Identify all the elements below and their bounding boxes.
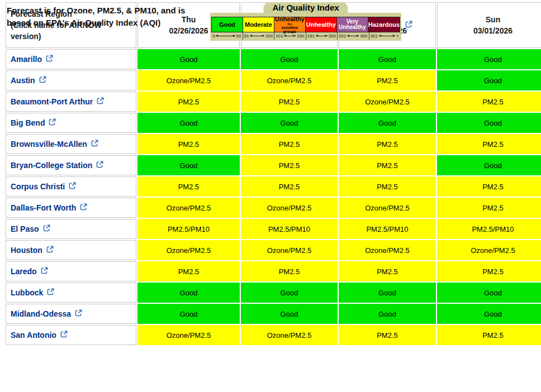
- table-row-dallas-fort-worth: Dallas-Fort WorthOzone/PM2.5Ozone/PM2.5O…: [6, 198, 541, 218]
- region-link-corpus-christi[interactable]: Corpus Christi: [11, 181, 77, 192]
- aqi-legend: Air Quality Index GoodModerateUnhealthyf…: [210, 2, 413, 41]
- aqi-category-good: Good: [211, 17, 243, 32]
- region-cell: San Antonio: [6, 325, 136, 345]
- forecast-cell-moderate: PM2.5: [137, 92, 240, 112]
- forecast-cell-good: Good: [137, 283, 240, 303]
- forecast-cell-moderate: PM2.5: [339, 261, 436, 281]
- region-cell: Beaumont-Port Arthur: [6, 92, 136, 112]
- region-link-midland-odessa[interactable]: Midland-Odessa: [11, 309, 83, 319]
- forecast-cell-moderate: Ozone/PM2.5: [339, 92, 436, 112]
- table-row-san-antonio: San AntonioOzone/PM2.5Ozone/PM2.5PM2.5PM…: [6, 325, 541, 345]
- region-link-laredo[interactable]: Laredo: [11, 266, 49, 276]
- region-name: Midland-Odessa: [11, 309, 71, 318]
- aqi-category-very-unhealthy: Very Unhealthy: [336, 17, 368, 32]
- forecast-cell-moderate: PM2.5: [137, 134, 240, 154]
- forecast-cell-good: Good: [241, 283, 338, 303]
- forecast-page: Forecast is for Ozone, PM2.5, & PM10, an…: [0, 1, 541, 392]
- aqi-range-0: 050: [211, 32, 243, 40]
- forecast-cell-good: Good: [437, 49, 541, 69]
- forecast-cell-moderate: PM2.5: [339, 325, 436, 345]
- forecast-cell-good: Good: [241, 49, 338, 69]
- forecast-cell-moderate: Ozone/PM2.5: [137, 325, 240, 345]
- region-cell: Midland-Odessa: [6, 304, 136, 324]
- region-link-austin[interactable]: Austin: [11, 75, 47, 85]
- region-link-brownsville-mcallen[interactable]: Brownsville-McAllen: [11, 139, 99, 149]
- region-name: Corpus Christi: [11, 182, 65, 191]
- external-link-icon: [46, 288, 55, 298]
- forecast-cell-moderate: Ozone/PM2.5: [339, 240, 436, 260]
- region-name: Dallas-Fort Worth: [11, 203, 76, 212]
- region-cell: Amarillo: [6, 49, 136, 69]
- forecast-cell-moderate: PM2.5: [437, 134, 541, 154]
- aqi-legend-scale: 05051100101150151200201300301+: [211, 32, 400, 40]
- table-row-midland-odessa: Midland-OdessaGoodGoodGoodGood: [6, 304, 541, 324]
- external-link-icon[interactable]: [405, 20, 413, 31]
- forecast-cell-moderate: Ozone/PM2.5: [339, 198, 436, 218]
- region-name: Amarillo: [11, 55, 42, 64]
- region-name: Austin: [11, 76, 35, 85]
- forecast-cell-good: Good: [241, 304, 338, 324]
- external-link-icon: [46, 245, 54, 255]
- region-cell: Lubbock: [6, 283, 136, 303]
- region-cell: Brownsville-McAllen: [6, 134, 136, 154]
- forecast-cell-moderate: PM2.5/PM10: [339, 219, 436, 239]
- aqi-legend-title: Air Quality Index: [263, 2, 348, 16]
- forecast-cell-moderate: PM2.5: [437, 325, 541, 345]
- region-cell: Bryan-College Station: [6, 155, 136, 175]
- table-row-amarillo: AmarilloGoodGoodGoodGood: [6, 49, 541, 69]
- table-row-houston: HoustonOzone/PM2.5Ozone/PM2.5Ozone/PM2.5…: [6, 240, 541, 260]
- forecast-cell-good: Good: [339, 113, 436, 133]
- forecast-cell-moderate: PM2.5: [137, 261, 240, 281]
- forecast-cell-moderate: PM2.5: [339, 176, 436, 197]
- region-link-bryan-college-station[interactable]: Bryan-College Station: [11, 160, 104, 170]
- table-row-lubbock: LubbockGoodGoodGoodGood: [6, 283, 541, 303]
- table-row-austin: AustinOzone/PM2.5Ozone/PM2.5PM2.5Good: [6, 70, 541, 90]
- external-link-icon: [96, 160, 104, 170]
- table-row-brownsville-mcallen: Brownsville-McAllenPM2.5PM2.5PM2.5PM2.5: [6, 134, 541, 154]
- forecast-cell-moderate: PM2.5: [241, 134, 338, 154]
- aqi-category-moderate: Moderate: [243, 17, 274, 32]
- table-row-corpus-christi: Corpus ChristiPM2.5PM2.5PM2.5PM2.5: [6, 176, 541, 197]
- aqi-category-unhealthy: Unhealthy: [305, 17, 337, 32]
- forecast-cell-moderate: PM2.5: [339, 134, 436, 154]
- region-link-big-bend[interactable]: Big Bend: [11, 118, 56, 128]
- region-link-lubbock[interactable]: Lubbock: [11, 288, 55, 298]
- forecast-cell-good: Good: [339, 49, 436, 69]
- aqi-legend-boxes: GoodModerateUnhealthyforsensitive groups…: [211, 17, 400, 32]
- forecast-cell-good: Good: [437, 70, 541, 90]
- region-link-el-paso[interactable]: El Paso: [11, 224, 51, 234]
- col-header-sun: Sun03/01/2026: [437, 2, 541, 48]
- forecast-cell-good: Good: [137, 155, 240, 175]
- aqi-range-151: 151200: [306, 32, 338, 40]
- region-link-beaumont-port-arthur[interactable]: Beaumont-Port Arthur: [11, 97, 105, 107]
- external-link-icon: [40, 266, 49, 276]
- table-row-big-bend: Big BendGoodGoodGoodGood: [6, 113, 541, 133]
- aqi-range-101: 101150: [274, 32, 306, 40]
- region-cell: Big Bend: [6, 113, 136, 133]
- region-link-amarillo[interactable]: Amarillo: [11, 54, 54, 64]
- external-link-icon: [74, 309, 83, 319]
- region-name: Houston: [11, 246, 42, 255]
- region-cell: Austin: [6, 70, 136, 90]
- forecast-cell-good: Good: [437, 113, 541, 133]
- region-link-san-antonio[interactable]: San Antonio: [11, 330, 68, 340]
- forecast-cell-moderate: PM2.5: [137, 176, 240, 197]
- region-link-houston[interactable]: Houston: [11, 245, 54, 255]
- region-name: San Antonio: [11, 331, 56, 340]
- forecast-cell-moderate: PM2.5: [339, 70, 436, 90]
- region-link-dallas-fort-worth[interactable]: Dallas-Fort Worth: [11, 203, 88, 213]
- forecast-cell-good: Good: [137, 304, 240, 324]
- forecast-cell-good: Good: [137, 113, 240, 133]
- forecast-cell-moderate: PM2.5: [437, 198, 541, 218]
- forecast-cell-moderate: PM2.5/PM10: [437, 219, 541, 239]
- region-name: Brownsville-McAllen: [11, 140, 87, 149]
- external-link-icon: [48, 118, 56, 128]
- aqi-category-unhealthy-sg: Unhealthyforsensitive groups: [274, 17, 306, 32]
- forecast-cell-moderate: Ozone/PM2.5: [241, 325, 338, 345]
- forecast-cell-moderate: PM2.5: [241, 155, 338, 175]
- external-link-icon: [96, 97, 105, 107]
- external-link-icon: [91, 139, 99, 149]
- forecast-cell-moderate: PM2.5/PM10: [241, 219, 338, 239]
- forecast-cell-moderate: PM2.5: [241, 92, 338, 112]
- region-name: Big Bend: [11, 118, 45, 127]
